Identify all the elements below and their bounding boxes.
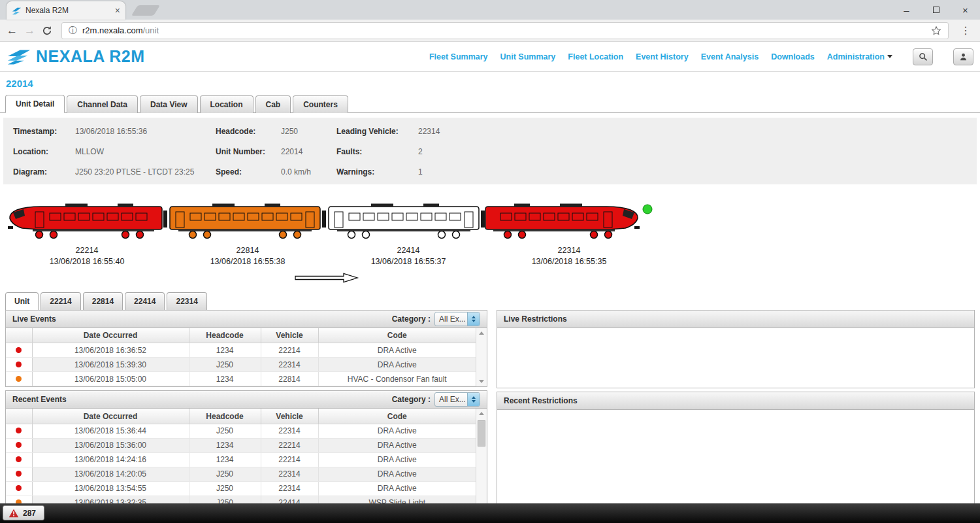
column-header-date[interactable]: Date Occurred <box>32 409 189 424</box>
url-bar[interactable]: ⓘ r2m.nexala.com/unit <box>61 22 949 39</box>
close-button[interactable]: × <box>951 0 980 20</box>
category-value: All Ex... <box>435 314 467 324</box>
column-header-date[interactable]: Date Occurred <box>32 328 189 343</box>
car-number: 22414 <box>328 245 489 256</box>
severity-cell <box>6 452 32 467</box>
vtab-22314[interactable]: 22314 <box>167 292 206 310</box>
cell-date: 13/06/2018 14:24:16 <box>32 452 189 467</box>
warnings-label: Warnings: <box>336 167 418 177</box>
direction-arrow-icon <box>294 272 359 284</box>
alert-count-badge[interactable]: 287 <box>3 505 44 520</box>
column-header-code[interactable]: Code <box>318 328 476 343</box>
cell-headcode: 1234 <box>189 438 261 452</box>
nav-event-history[interactable]: Event History <box>636 52 689 61</box>
cell-code: DRA Active <box>318 358 476 372</box>
recent-events-scrollbar[interactable] <box>476 409 487 511</box>
train-labels: 22214 13/06/2018 16:55:40 22814 13/06/20… <box>7 245 653 267</box>
nav-fleet-summary[interactable]: Fleet Summary <box>429 52 488 61</box>
user-account-button[interactable] <box>953 48 973 65</box>
column-header-severity[interactable] <box>6 328 32 343</box>
column-header-headcode[interactable]: Headcode <box>189 409 261 424</box>
train-graphic[interactable] <box>7 201 653 241</box>
cell-code: DRA Active <box>318 343 476 358</box>
live-events-header: Live Events Category : All Ex... <box>5 310 487 328</box>
maximize-button[interactable] <box>921 0 951 20</box>
tab-unit-detail[interactable]: Unit Detail <box>5 95 65 113</box>
scrollbar-thumb[interactable] <box>478 420 485 447</box>
train-car-22214[interactable] <box>8 204 162 239</box>
table-row[interactable]: 13/06/2018 13:54:55J25022314DRA Active <box>6 481 476 496</box>
search-button[interactable] <box>913 48 933 65</box>
live-events-category-select[interactable]: All Ex... <box>434 312 480 326</box>
nav-administration[interactable]: Administration <box>827 52 892 61</box>
table-row[interactable]: 13/06/2018 15:39:30J25022314DRA Active <box>6 358 476 372</box>
nav-unit-summary[interactable]: Unit Summary <box>500 52 556 61</box>
timestamp-value: 13/06/2018 16:55:36 <box>75 127 216 136</box>
column-header-code[interactable]: Code <box>318 409 476 424</box>
new-tab-button[interactable] <box>131 5 160 16</box>
nexala-logo[interactable]: NEXALA R2M <box>7 47 145 66</box>
minimize-button[interactable]: – <box>892 0 921 20</box>
select-spinner-icon[interactable] <box>467 393 480 406</box>
severity-cell <box>6 467 32 481</box>
vtab-unit[interactable]: Unit <box>5 292 39 310</box>
location-value: MLLOW <box>75 147 216 156</box>
table-row[interactable]: 13/06/2018 14:24:16123422214DRA Active <box>6 452 476 467</box>
car-label-22814: 22814 13/06/2018 16:55:38 <box>167 245 328 267</box>
live-restrictions-body <box>497 328 975 388</box>
back-icon[interactable]: ← <box>7 25 18 36</box>
cell-headcode: J250 <box>189 481 261 496</box>
scroll-up-icon[interactable] <box>479 331 484 335</box>
unit-number-label: Unit Number: <box>216 147 281 156</box>
live-events-scrollbar[interactable] <box>476 328 487 387</box>
select-spinner-icon[interactable] <box>467 312 480 326</box>
tab-channel-data[interactable]: Channel Data <box>67 95 138 113</box>
cell-code: DRA Active <box>318 438 476 452</box>
table-row[interactable]: 13/06/2018 15:36:00123422214DRA Active <box>6 438 476 452</box>
cell-headcode: 1234 <box>189 343 261 358</box>
reload-icon[interactable] <box>42 25 52 36</box>
nav-event-analysis[interactable]: Event Analysis <box>701 52 759 61</box>
train-car-22314[interactable] <box>485 204 640 239</box>
tab-counters[interactable]: Counters <box>293 95 348 113</box>
nav-downloads[interactable]: Downloads <box>771 52 815 61</box>
train-car-22414[interactable] <box>329 204 479 239</box>
cell-vehicle: 22814 <box>261 372 318 386</box>
cell-headcode: J250 <box>189 467 261 481</box>
severity-cell <box>6 481 32 496</box>
cell-date: 13/06/2018 13:54:55 <box>32 481 189 496</box>
bookmark-star-icon[interactable] <box>931 25 941 36</box>
live-events-title: Live Events <box>12 314 56 324</box>
nav-fleet-location[interactable]: Fleet Location <box>568 52 623 61</box>
scroll-up-icon[interactable] <box>479 412 484 415</box>
scroll-down-icon[interactable] <box>479 380 484 383</box>
tab-location[interactable]: Location <box>200 95 253 113</box>
vtab-22814[interactable]: 22814 <box>83 292 123 310</box>
leading-end-indicator <box>643 205 652 214</box>
table-row[interactable]: 13/06/2018 14:20:05J25022314DRA Active <box>6 467 476 481</box>
table-row[interactable]: 13/06/2018 15:36:44J25022314DRA Active <box>6 424 476 438</box>
cell-code: HVAC - Condensor Fan fault <box>318 372 476 386</box>
column-header-vehicle[interactable]: Vehicle <box>261 328 318 343</box>
car-number: 22214 <box>7 245 167 256</box>
unit-number-value: 22014 <box>281 147 336 156</box>
browser-menu-icon[interactable]: ⋮ <box>958 24 973 37</box>
browser-tab[interactable]: Nexala R2M × <box>7 1 125 20</box>
logo-text: NEXALA R2M <box>36 47 145 66</box>
tab-cab[interactable]: Cab <box>255 95 291 113</box>
tab-close-icon[interactable]: × <box>115 6 120 15</box>
live-restrictions-header: Live Restrictions <box>497 310 975 328</box>
column-header-headcode[interactable]: Headcode <box>189 328 261 343</box>
tab-data-view[interactable]: Data View <box>140 95 197 113</box>
vtab-22414[interactable]: 22414 <box>125 292 165 310</box>
recent-events-category-select[interactable]: All Ex... <box>434 392 480 407</box>
column-header-vehicle[interactable]: Vehicle <box>261 409 318 424</box>
car-timestamp: 13/06/2018 16:55:38 <box>167 256 328 267</box>
train-car-22814[interactable] <box>170 204 320 239</box>
vtab-22214[interactable]: 22214 <box>41 292 80 310</box>
column-header-severity[interactable] <box>6 409 32 424</box>
table-row[interactable]: 13/06/2018 16:36:52123422214DRA Active <box>6 343 476 358</box>
page-info-icon[interactable]: ⓘ <box>69 25 77 37</box>
table-row[interactable]: 13/06/2018 15:05:00123422814HVAC - Conde… <box>6 372 476 386</box>
cell-headcode: J250 <box>189 358 261 372</box>
